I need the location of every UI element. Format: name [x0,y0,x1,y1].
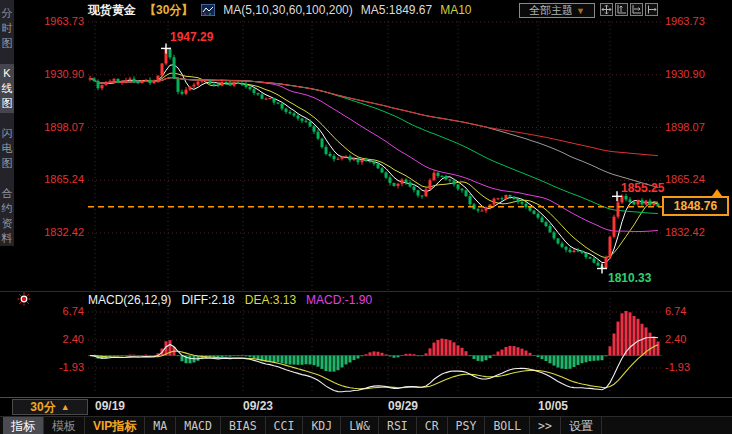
y-axis-label: 1865.24 [24,173,84,185]
ma-settings-label: MA(5,10,30,60,100,200) [223,3,352,17]
y-axis-label: 1898.07 [24,121,84,133]
tab-CCI[interactable]: CCI [266,417,304,434]
chart-canvas[interactable] [0,0,732,434]
y-axis-label: 2.40 [665,333,729,345]
chart-header: 现货黄金 【30分】 MA(5,10,30,60,100,200) MA5:18… [14,0,732,20]
y-axis-label: 6.74 [24,305,84,317]
triangle-up-icon: ▲ [61,402,70,412]
x-axis-date: 09/19 [95,399,125,413]
tab-设置[interactable]: 设置 [561,417,602,434]
period-selector-button[interactable]: 30分 ▲ [12,399,88,415]
macd-dea-value: DEA:3.13 [245,293,296,307]
sidebar-item-合约资料[interactable]: 合约资料 [0,184,14,248]
y-axis-label: -1.93 [665,361,729,373]
tab-LW&[interactable]: LW& [341,417,379,434]
tab-PSY[interactable]: PSY [448,417,486,434]
symbol-period: 【30分】 [144,2,193,19]
y-axis-label: 1898.07 [665,121,729,133]
x-axis-date: 09/29 [388,399,418,413]
macd-header: MACD(26,12,9) DIFF:2.18 DEA:3.13 MACD:-1… [88,293,372,307]
mini-chart-icon [201,4,215,16]
indicator-tabbar: 指标模板VIP指标MAMACDBIASCCIKDJLW&RSICRPSYBOLL… [0,417,732,434]
sidebar-item-K线图[interactable]: K线图 [0,64,14,113]
y-axis-label: 1832.42 [665,226,729,238]
trading-terminal: 分时图K线图闪电图合约资料 现货黄金 【30分】 MA(5,10,30,60,1… [0,0,732,434]
macd-params-label: MACD(26,12,9) [88,293,171,307]
tab-VIP指标[interactable]: VIP指标 [85,417,145,434]
y-axis-label: -1.93 [24,361,84,373]
last-price-box: 1848.76 [662,196,729,216]
tab-BIAS[interactable]: BIAS [221,417,266,434]
chart-type-sidebar: 分时图K线图闪电图合约资料 [0,0,14,246]
tab-KDJ[interactable]: KDJ [303,417,341,434]
x-axis-date: 10/05 [538,399,568,413]
tab-MA[interactable]: MA [145,417,176,434]
x-axis-date: 09/23 [243,399,273,413]
xaxis-divider [0,397,732,398]
tab-BOLL[interactable]: BOLL [485,417,530,434]
y-axis-label: 1930.90 [665,68,729,80]
y-axis-label: 1832.42 [24,226,84,238]
rally-high-annotation: 1855.25 [621,181,664,195]
y-axis-label: 2.40 [24,333,84,345]
pane-divider [0,291,732,292]
sidebar-item-闪电图[interactable]: 闪电图 [0,124,14,173]
low-price-annotation: 1810.33 [608,271,651,285]
symbol-title: 现货黄金 [88,2,136,19]
tab-RSI[interactable]: RSI [379,417,417,434]
tab-指标[interactable]: 指标 [3,417,44,434]
tab-CR[interactable]: CR [417,417,448,434]
macd-value: MACD:-1.90 [306,293,372,307]
tab-模板[interactable]: 模板 [44,417,85,434]
period-label: 30分 [30,399,55,416]
y-axis-label: 1930.90 [24,68,84,80]
tab-MACD[interactable]: MACD [176,417,221,434]
alert-icon[interactable] [17,292,31,310]
sidebar-item-分时图[interactable]: 分时图 [0,4,14,53]
y-axis-label: 6.74 [665,305,729,317]
y-axis-label: 1865.24 [665,173,729,185]
price-up-arrow-icon [712,189,722,196]
tab->>[interactable]: >> [530,417,561,434]
ma10-label: MA10 [440,3,471,17]
macd-diff-value: DIFF:2.18 [181,293,234,307]
ma5-value-label: MA5:1849.67 [361,3,432,17]
peak-price-annotation: 1947.29 [170,30,213,44]
